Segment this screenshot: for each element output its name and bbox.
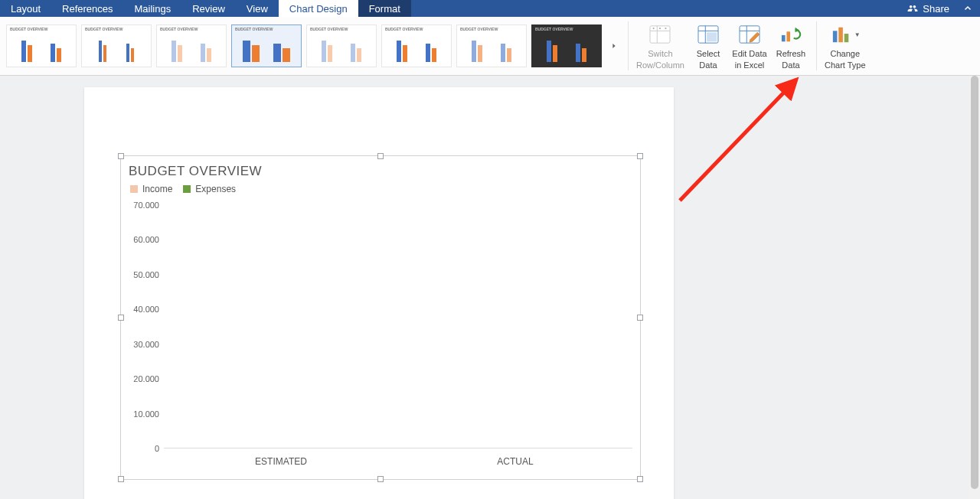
- chart-legend[interactable]: Income Expenses: [121, 182, 640, 197]
- edit-data-excel-button[interactable]: Edit Data in Excel: [732, 23, 767, 70]
- chart-plot-area[interactable]: [164, 205, 632, 448]
- y-tick: 70.000: [133, 201, 159, 210]
- svg-rect-14: [786, 32, 790, 42]
- resize-handle-br[interactable]: [637, 476, 643, 482]
- legend-item-expenses[interactable]: Expenses: [183, 184, 236, 194]
- x-axis-label: ESTIMATED: [164, 456, 398, 467]
- collapse-ribbon-button[interactable]: [956, 0, 980, 17]
- chart-styles-gallery: BUDGET OVERVIEW BUDGET OVERVIEW BUDGET O…: [0, 17, 628, 75]
- legend-swatch-income: [130, 185, 138, 193]
- chevron-up-icon: [963, 4, 972, 13]
- resize-handle-mr[interactable]: [637, 315, 643, 321]
- share-button[interactable]: Share: [901, 0, 956, 17]
- ribbon-content: BUDGET OVERVIEW BUDGET OVERVIEW BUDGET O…: [0, 17, 980, 76]
- share-label: Share: [923, 3, 949, 15]
- resize-handle-bm[interactable]: [377, 476, 384, 482]
- svg-rect-16: [838, 28, 843, 43]
- y-tick: 40.000: [133, 305, 159, 314]
- chart-title[interactable]: BUDGET OVERVIEW: [121, 156, 640, 182]
- document-viewport[interactable]: BUDGET OVERVIEW Income Expenses 70.00060…: [0, 76, 980, 499]
- ribbon-tabs: Layout References Mailings Review View C…: [0, 0, 980, 17]
- resize-handle-ml[interactable]: [118, 315, 124, 321]
- change-chart-type-button[interactable]: ▼ Change Chart Type: [825, 23, 866, 70]
- x-axis-label: ACTUAL: [398, 456, 632, 467]
- chart-style-thumb-4[interactable]: BUDGET OVERVIEW: [231, 24, 302, 67]
- tab-references[interactable]: References: [51, 0, 123, 17]
- vertical-scrollbar[interactable]: [969, 76, 980, 499]
- refresh-data-icon: [779, 24, 802, 44]
- y-tick: 0: [155, 444, 159, 453]
- change-chart-type-icon: [830, 24, 853, 44]
- svg-rect-9: [707, 33, 717, 42]
- chart-style-thumb-1[interactable]: BUDGET OVERVIEW: [6, 24, 77, 67]
- resize-handle-bl[interactable]: [118, 476, 124, 482]
- svg-rect-17: [844, 34, 849, 42]
- svg-point-3: [653, 28, 655, 29]
- share-person-icon: [907, 3, 918, 14]
- resize-handle-tm[interactable]: [377, 153, 384, 159]
- y-tick: 20.000: [133, 374, 159, 383]
- resize-handle-tl[interactable]: [118, 153, 124, 159]
- more-right-icon: [610, 42, 618, 50]
- chart-style-thumb-6[interactable]: BUDGET OVERVIEW: [381, 24, 452, 67]
- tab-mailings[interactable]: Mailings: [124, 0, 182, 17]
- chart-style-thumb-5[interactable]: BUDGET OVERVIEW: [306, 24, 377, 67]
- document-page[interactable]: BUDGET OVERVIEW Income Expenses 70.00060…: [84, 87, 674, 499]
- edit-data-excel-icon: [738, 24, 761, 44]
- chart-y-axis: 70.00060.00050.00040.00030.00020.00010.0…: [129, 205, 164, 448]
- tab-review[interactable]: Review: [181, 0, 236, 17]
- refresh-data-button[interactable]: Refresh Data: [773, 23, 808, 70]
- svg-point-4: [659, 28, 661, 29]
- y-tick: 50.000: [133, 270, 159, 279]
- styles-gallery-more-button[interactable]: [606, 42, 622, 50]
- chart-style-thumb-7[interactable]: BUDGET OVERVIEW: [456, 24, 527, 67]
- legend-swatch-expenses: [183, 185, 191, 193]
- chart-style-thumb-2[interactable]: BUDGET OVERVIEW: [81, 24, 152, 67]
- chart-object[interactable]: BUDGET OVERVIEW Income Expenses 70.00060…: [120, 155, 641, 480]
- tab-view[interactable]: View: [236, 0, 279, 17]
- resize-handle-tr[interactable]: [637, 153, 643, 159]
- y-tick: 10.000: [133, 409, 159, 419]
- tab-format[interactable]: Format: [358, 0, 411, 17]
- legend-item-income[interactable]: Income: [130, 184, 172, 194]
- svg-rect-13: [782, 35, 786, 41]
- tab-chart-design[interactable]: Chart Design: [279, 0, 358, 17]
- switch-row-column-icon: [648, 24, 671, 44]
- svg-rect-15: [833, 31, 838, 43]
- ribbon-group-type: ▼ Change Chart Type: [817, 17, 874, 75]
- chart-x-axis: ESTIMATEDACTUAL: [164, 456, 632, 467]
- svg-point-5: [665, 28, 667, 29]
- y-tick: 60.000: [133, 235, 159, 244]
- scrollbar-thumb[interactable]: [971, 76, 978, 489]
- chart-style-thumb-3[interactable]: BUDGET OVERVIEW: [156, 24, 227, 67]
- switch-row-column-button[interactable]: Switch Row/Column: [636, 23, 684, 70]
- ribbon-group-data: Switch Row/Column Select Data: [629, 17, 816, 75]
- y-tick: 30.000: [133, 340, 159, 349]
- dropdown-caret-icon: ▼: [854, 31, 861, 39]
- chart-style-thumb-8[interactable]: BUDGET OVERVIEW: [531, 24, 602, 67]
- select-data-icon: [697, 24, 720, 44]
- select-data-button[interactable]: Select Data: [691, 23, 726, 70]
- tab-layout[interactable]: Layout: [0, 0, 51, 17]
